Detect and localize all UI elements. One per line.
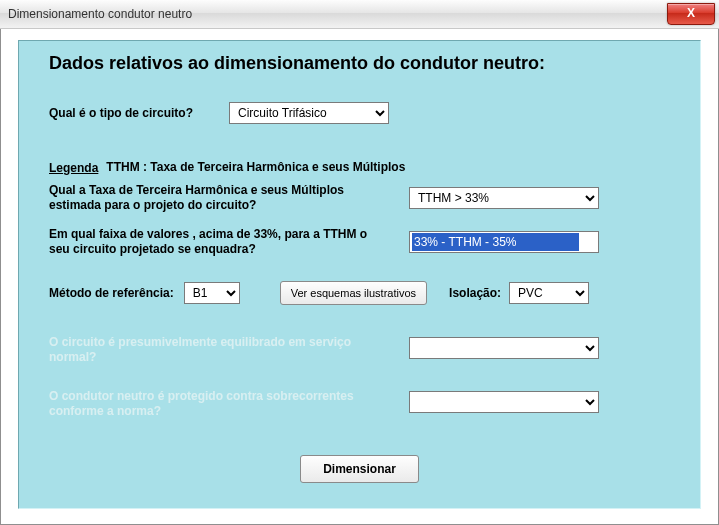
page-heading: Dados relativos ao dimensionamento do co…	[49, 53, 670, 74]
row-metodo: Método de referência: B1 Ver esquemas il…	[49, 281, 670, 305]
select-faixa-wrap: 33% - TTHM - 35%	[409, 231, 599, 253]
label-isolacao: Isolação:	[449, 286, 501, 301]
app-window: Dimensionamento condutor neutro X Dados …	[0, 0, 719, 525]
label-taxa: Qual a Taxa de Terceira Harmônica e seus…	[49, 183, 379, 213]
window-title: Dimensionamento condutor neutro	[8, 7, 192, 21]
label-faixa: Em qual faixa de valores , acima de 33%,…	[49, 227, 379, 257]
legenda-label: Legenda	[49, 161, 98, 175]
titlebar: Dimensionamento condutor neutro X	[0, 0, 719, 29]
row-protegido: O condutor neutro é protegido contra sob…	[49, 389, 670, 419]
btn-esquemas[interactable]: Ver esquemas ilustrativos	[280, 281, 427, 305]
label-tipo-circuito: Qual é o tipo de circuito?	[49, 106, 229, 121]
select-taxa[interactable]: TTHM > 33%	[409, 187, 599, 209]
row-taxa: Qual a Taxa de Terceira Harmônica e seus…	[49, 183, 670, 213]
legenda-text: TTHM : Taxa de Terceira Harmônica e seus…	[106, 160, 405, 175]
row-equilibrado: O circuito é presumivelmente equilibrado…	[49, 335, 670, 365]
select-protegido[interactable]	[409, 391, 599, 413]
main-panel: Dados relativos ao dimensionamento do co…	[18, 40, 701, 509]
select-metodo[interactable]: B1	[184, 282, 240, 304]
label-protegido: O condutor neutro é protegido contra sob…	[49, 389, 379, 419]
row-action: Dimensionar	[49, 455, 670, 483]
select-tipo-circuito[interactable]: Circuito Trifásico	[229, 102, 389, 124]
row-tipo-circuito: Qual é o tipo de circuito? Circuito Trif…	[49, 102, 670, 124]
label-equilibrado: O circuito é presumivelmente equilibrado…	[49, 335, 379, 365]
row-legenda: Legenda TTHM : Taxa de Terceira Harmônic…	[49, 160, 670, 175]
close-button[interactable]: X	[667, 3, 715, 25]
select-equilibrado[interactable]	[409, 337, 599, 359]
select-faixa[interactable]: 33% - TTHM - 35%	[409, 231, 599, 253]
select-isolacao[interactable]: PVC	[509, 282, 589, 304]
btn-dimensionar[interactable]: Dimensionar	[300, 455, 419, 483]
row-faixa: Em qual faixa de valores , acima de 33%,…	[49, 227, 670, 257]
label-metodo: Método de referência:	[49, 286, 174, 301]
